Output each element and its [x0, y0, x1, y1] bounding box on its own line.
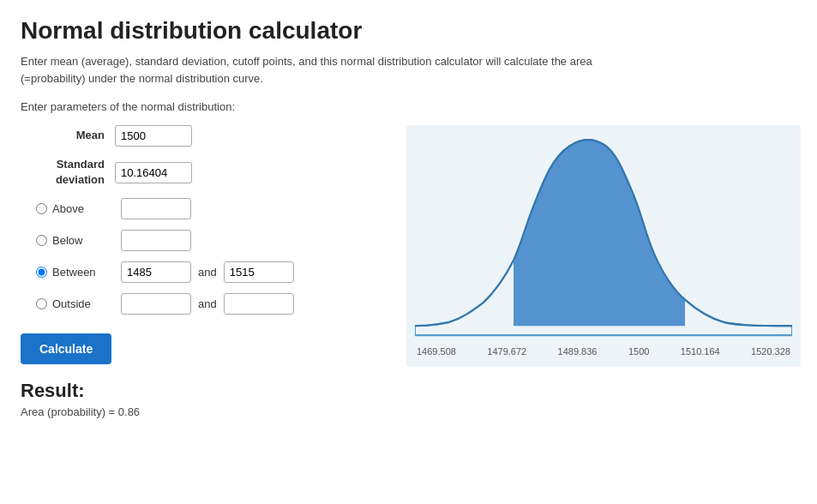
page-description: Enter mean (average), standard deviation…	[21, 53, 621, 87]
x-label-5: 1520.328	[751, 346, 790, 357]
x-label-2: 1489.836	[558, 346, 598, 357]
outside-radio[interactable]	[36, 298, 47, 309]
and-text-outside: and	[198, 297, 217, 310]
calculate-button[interactable]: Calculate	[21, 333, 111, 364]
between-radio[interactable]	[36, 267, 47, 278]
below-row: Below	[21, 230, 389, 251]
above-radio-wrap: Above	[21, 202, 121, 215]
outside-input1[interactable]	[121, 293, 191, 315]
between-input1[interactable]	[121, 261, 191, 283]
between-label: Between	[52, 266, 121, 279]
chart-area: 1469.508 1479.672 1489.836 1500 1510.164…	[406, 125, 801, 367]
x-label-3: 1500	[628, 346, 649, 357]
below-radio[interactable]	[36, 235, 47, 246]
result-label: Result:	[21, 380, 389, 402]
std-row: Standard deviation	[21, 157, 389, 188]
normal-distribution-chart	[415, 139, 792, 345]
outside-row: Outside and	[21, 293, 389, 315]
between-input2[interactable]	[224, 261, 294, 283]
below-radio-wrap: Below	[21, 234, 121, 247]
above-label: Above	[52, 202, 121, 215]
above-radio[interactable]	[36, 203, 47, 214]
and-text-between: and	[198, 266, 217, 279]
x-label-4: 1510.164	[681, 346, 720, 357]
outside-input2[interactable]	[224, 293, 294, 315]
outside-label: Outside	[52, 297, 121, 310]
above-row: Above	[21, 198, 389, 219]
mean-row: Mean	[21, 125, 389, 147]
above-input[interactable]	[121, 198, 191, 219]
between-radio-wrap: Between	[21, 266, 121, 279]
mean-label: Mean	[21, 128, 115, 143]
x-label-1: 1479.672	[487, 346, 526, 357]
outside-radio-wrap: Outside	[21, 297, 121, 310]
x-axis-labels: 1469.508 1479.672 1489.836 1500 1510.164…	[415, 346, 792, 357]
mean-input[interactable]	[115, 125, 192, 147]
enter-params-label: Enter parameters of the normal distribut…	[21, 100, 796, 113]
form-section: Mean Standard deviation Above Below	[21, 125, 389, 418]
page-title: Normal distribution calculator	[21, 17, 796, 45]
std-label: Standard deviation	[21, 157, 115, 188]
std-input[interactable]	[115, 162, 192, 183]
x-label-0: 1469.508	[417, 346, 456, 357]
below-input[interactable]	[121, 230, 191, 251]
result-value: Area (probability) = 0.86	[21, 405, 389, 418]
between-row: Between and	[21, 261, 389, 283]
below-label: Below	[52, 234, 121, 247]
